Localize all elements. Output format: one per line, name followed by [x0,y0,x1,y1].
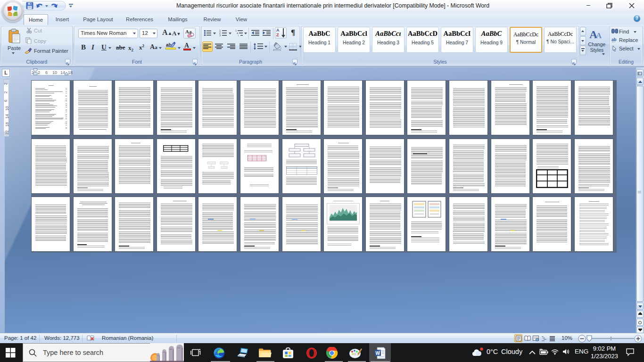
svg-text:ac: ac [611,40,615,42]
svg-text:3: 3 [219,34,221,36]
svg-text:W: W [376,351,380,356]
svg-text:i: i [238,34,239,36]
svg-text:A: A [596,31,602,40]
